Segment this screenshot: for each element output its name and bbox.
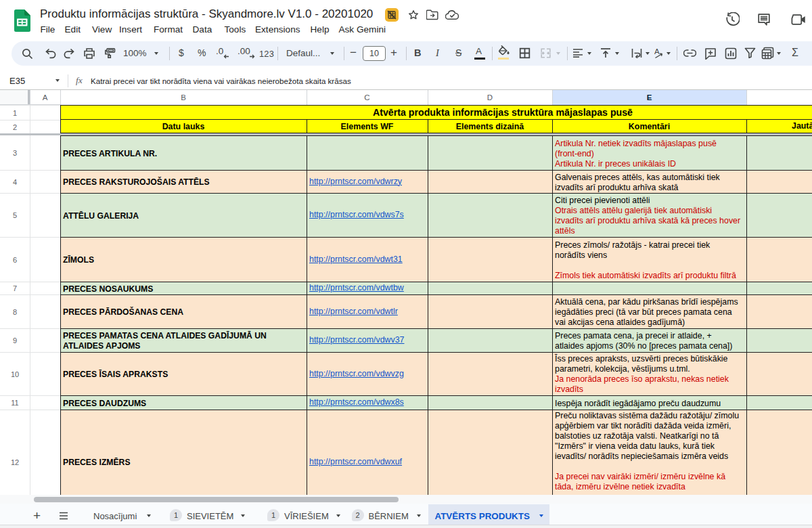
- svg-text:A: A: [654, 47, 660, 56]
